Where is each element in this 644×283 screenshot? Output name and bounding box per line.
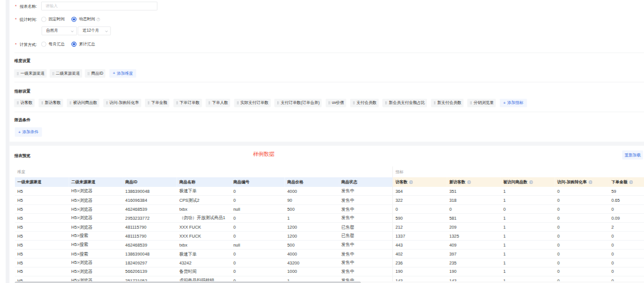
svg-text:?: ? — [590, 180, 592, 183]
svg-text:?: ? — [630, 180, 632, 183]
svg-text:?: ? — [468, 180, 470, 183]
svg-text:?: ? — [530, 180, 532, 183]
svg-text:?: ? — [410, 180, 412, 183]
